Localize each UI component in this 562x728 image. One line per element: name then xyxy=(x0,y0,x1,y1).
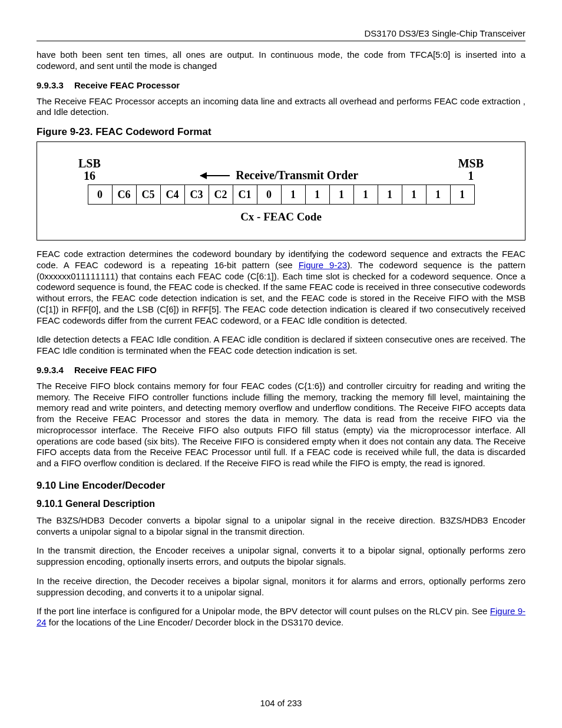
figure-9-23-link[interactable]: Figure 9-23 xyxy=(299,260,347,270)
text: for the locations of the Line Encoder/ D… xyxy=(47,617,343,627)
msb-pos: 1 xyxy=(458,170,484,182)
lsb-label-group: LSB 16 xyxy=(78,157,101,182)
lsb-label: LSB xyxy=(78,157,101,170)
bit-cell: 1 xyxy=(450,185,474,205)
section-9-10-1-title: 9.10.1 General Description xyxy=(37,499,525,509)
bit-cell: 1 xyxy=(353,185,378,205)
intro-paragraph: have both been sent ten times, all ones … xyxy=(37,50,525,72)
bit-cell: C5 xyxy=(136,185,160,205)
section-9-10-1-p3: In the receive direction, the Decoder re… xyxy=(37,576,525,598)
feac-extraction-paragraph: FEAC code extraction determines the code… xyxy=(37,249,525,326)
bit-cell: 1 xyxy=(378,185,402,205)
lsb-pos: 16 xyxy=(78,170,101,182)
figure-9-23-box: LSB 16 Receive/Transmit Order MSB 1 0 C6… xyxy=(37,141,525,241)
section-9-9-3-3-title: 9.9.3.3Receive FEAC Processor xyxy=(37,80,525,90)
bit-cell: 1 xyxy=(402,185,426,205)
bit-cell: 1 xyxy=(426,185,450,205)
idle-detection-paragraph: Idle detection detects a FEAC Idle condi… xyxy=(37,334,525,357)
bit-cell: 1 xyxy=(305,185,329,205)
section-9-9-3-4-body: The Receive FIFO block contains memory f… xyxy=(37,381,525,469)
header-rule xyxy=(37,41,525,41)
bit-cell: 0 xyxy=(88,185,112,205)
bit-cell: C1 xyxy=(233,185,257,205)
section-9-10-title: 9.10 Line Encoder/Decoder xyxy=(37,480,525,492)
order-row: Receive/Transmit Order xyxy=(107,169,452,182)
cx-feac-code-label: Cx - FEAC Code xyxy=(78,210,484,223)
section-title-text: Receive FEAC Processor xyxy=(74,80,180,90)
section-number: 9.9.3.3 xyxy=(37,80,64,90)
bit-cell: C2 xyxy=(209,185,233,205)
section-title-text: Receive FEAC FIFO xyxy=(74,365,157,375)
bit-cell: 1 xyxy=(329,185,353,205)
figure-9-23-title: Figure 9-23. FEAC Codeword Format xyxy=(37,126,525,138)
bit-cell: C6 xyxy=(112,185,136,205)
bit-cell: 0 xyxy=(257,185,281,205)
text: If the port line interface is configured… xyxy=(37,606,490,616)
section-9-9-3-4-title: 9.9.3.4Receive FEAC FIFO xyxy=(37,365,525,375)
section-9-9-3-3-body: The Receive FEAC Processor accepts an in… xyxy=(37,96,525,118)
bit-cell: C3 xyxy=(184,185,209,205)
codeword-bit-table: 0 C6 C5 C4 C3 C2 C1 0 1 1 1 1 1 1 1 1 xyxy=(88,185,475,205)
section-9-10-1-p4: If the port line interface is configured… xyxy=(37,606,525,628)
section-9-10-1-p2: In the transmit direction, the Encoder r… xyxy=(37,545,525,568)
msb-label: MSB xyxy=(458,157,484,170)
section-number: 9.9.3.4 xyxy=(37,365,64,375)
page-footer: 104 of 233 xyxy=(0,698,562,708)
bit-cell: 1 xyxy=(281,185,305,205)
arrow-left-icon xyxy=(200,175,230,176)
section-9-10-1-p1: The B3ZS/HDB3 Decoder converts a bipolar… xyxy=(37,515,525,538)
page-header: DS3170 DS3/E3 Single-Chip Transceiver xyxy=(37,28,525,41)
bit-cell: C4 xyxy=(160,185,184,205)
figure-top-row: LSB 16 Receive/Transmit Order MSB 1 xyxy=(78,157,484,182)
rx-tx-order-label: Receive/Transmit Order xyxy=(236,169,358,182)
msb-label-group: MSB 1 xyxy=(458,157,484,182)
